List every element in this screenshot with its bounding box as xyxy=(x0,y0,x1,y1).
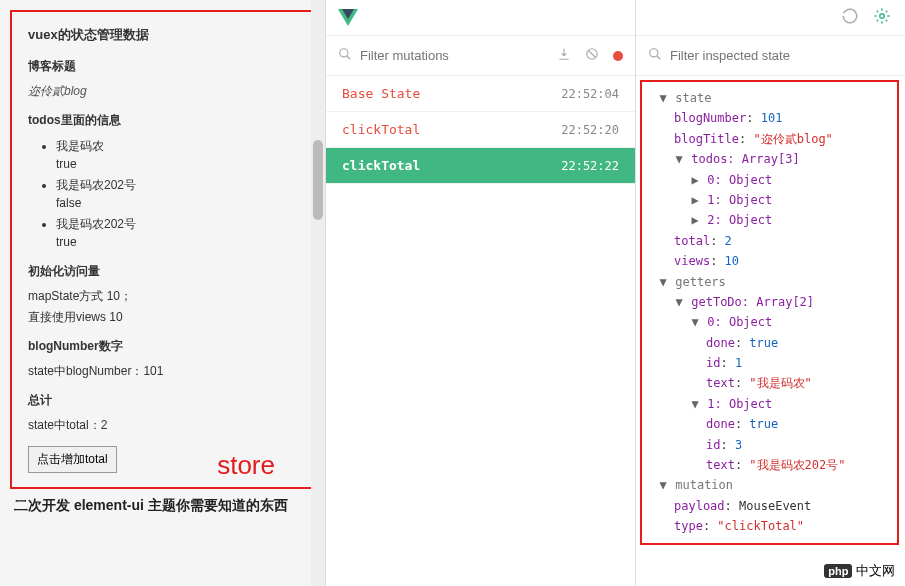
filter-mutations-input[interactable] xyxy=(360,48,549,63)
tree-item[interactable]: ▼ 0: Object xyxy=(644,312,893,332)
tree-item[interactable]: ▶ 0: Object xyxy=(644,170,893,190)
state-tree: ▼ state blogNumber: 101 blogTitle: "迩伶貳b… xyxy=(640,80,899,545)
tree-item[interactable]: type: "clickTotal" xyxy=(644,516,893,536)
svg-line-6 xyxy=(657,56,661,60)
svg-line-3 xyxy=(589,51,596,58)
store-annotation: store xyxy=(217,450,275,481)
mutation-row[interactable]: clickTotal 22:52:20 xyxy=(326,112,635,148)
views-line2: 直接使用views 10 xyxy=(28,309,297,326)
devtools-header xyxy=(326,0,635,36)
tree-item[interactable]: text: "我是码农" xyxy=(644,373,893,393)
svg-point-0 xyxy=(340,49,348,57)
clear-icon[interactable] xyxy=(585,47,599,64)
tree-item[interactable]: views: 10 xyxy=(644,251,893,271)
state-inspector-panel: ▼ state blogNumber: 101 blogTitle: "迩伶貳b… xyxy=(635,0,905,586)
tree-item[interactable]: payload: MouseEvent xyxy=(644,496,893,516)
mutation-name: clickTotal xyxy=(342,158,420,173)
vue-logo-icon xyxy=(338,9,358,26)
mutation-time: 22:52:04 xyxy=(561,87,619,101)
tree-item[interactable]: done: true xyxy=(644,333,893,353)
right-header xyxy=(636,0,905,36)
add-total-button[interactable]: 点击增加total xyxy=(28,446,117,473)
tree-item[interactable]: id: 1 xyxy=(644,353,893,373)
todos-label: todos里面的信息 xyxy=(28,112,297,129)
svg-line-1 xyxy=(347,56,351,60)
mutation-time: 22:52:22 xyxy=(561,159,619,173)
mutation-name: Base State xyxy=(342,86,420,101)
svg-point-5 xyxy=(650,49,658,57)
tree-item[interactable]: done: true xyxy=(644,414,893,434)
blognum-line: state中blogNumber：101 xyxy=(28,363,297,380)
blog-title-label: 博客标题 xyxy=(28,58,297,75)
tree-item[interactable]: id: 3 xyxy=(644,435,893,455)
total-line: state中total：2 xyxy=(28,417,297,434)
todos-list: 我是码农true 我是码农202号false 我是码农202号true xyxy=(28,137,297,251)
watermark: php php中文网中文网 xyxy=(824,562,895,580)
tree-item[interactable]: ▼ todos: Array[3] xyxy=(644,149,893,169)
mutation-name: clickTotal xyxy=(342,122,420,137)
vuex-title: vuex的状态管理数据 xyxy=(28,26,297,44)
tree-item[interactable]: ▼ getToDo: Array[2] xyxy=(644,292,893,312)
scrollbar-track[interactable] xyxy=(311,0,325,586)
svg-point-4 xyxy=(880,13,885,18)
search-icon xyxy=(648,47,662,64)
tree-item[interactable]: ▶ 1: Object xyxy=(644,190,893,210)
scrollbar-thumb[interactable] xyxy=(313,140,323,220)
views-label: 初始化访问量 xyxy=(28,263,297,280)
mutation-time: 22:52:20 xyxy=(561,123,619,137)
tree-item[interactable]: blogTitle: "迩伶貳blog" xyxy=(644,129,893,149)
record-icon[interactable] xyxy=(613,51,623,61)
tree-item[interactable]: text: "我是码农202号" xyxy=(644,455,893,475)
blog-title-value: 迩伶貳blog xyxy=(28,83,297,100)
tree-section-state[interactable]: ▼ state xyxy=(644,88,893,108)
store-demo-box: vuex的状态管理数据 博客标题 迩伶貳blog todos里面的信息 我是码农… xyxy=(10,10,315,489)
tree-section-mutation[interactable]: ▼ mutation xyxy=(644,475,893,495)
tree-item[interactable]: total: 2 xyxy=(644,231,893,251)
blognum-label: blogNumber数字 xyxy=(28,338,297,355)
refresh-icon[interactable] xyxy=(841,7,859,29)
tree-section-getters[interactable]: ▼ getters xyxy=(644,272,893,292)
views-line1: mapState方式 10； xyxy=(28,288,297,305)
mutation-row-selected[interactable]: clickTotal 22:52:22 xyxy=(326,148,635,184)
search-icon xyxy=(338,47,352,64)
vuex-tab-icon[interactable] xyxy=(873,7,891,29)
filter-state-input[interactable] xyxy=(670,48,893,63)
tree-item[interactable]: ▶ 2: Object xyxy=(644,210,893,230)
left-panel: vuex的状态管理数据 博客标题 迩伶貳blog todos里面的信息 我是码农… xyxy=(0,0,325,586)
tree-item[interactable]: blogNumber: 101 xyxy=(644,108,893,128)
list-item: 我是码农true xyxy=(56,137,297,173)
download-icon[interactable] xyxy=(557,47,571,64)
total-label: 总计 xyxy=(28,392,297,409)
mutations-panel: Base State 22:52:04 clickTotal 22:52:20 … xyxy=(325,0,635,586)
state-filter-row xyxy=(636,36,905,76)
tree-item[interactable]: ▼ 1: Object xyxy=(644,394,893,414)
list-item: 我是码农202号true xyxy=(56,215,297,251)
mutation-row[interactable]: Base State 22:52:04 xyxy=(326,76,635,112)
mutations-filter-row xyxy=(326,36,635,76)
list-item: 我是码农202号false xyxy=(56,176,297,212)
article-title: 二次开发 element-ui 主题你需要知道的东西 xyxy=(10,489,315,515)
